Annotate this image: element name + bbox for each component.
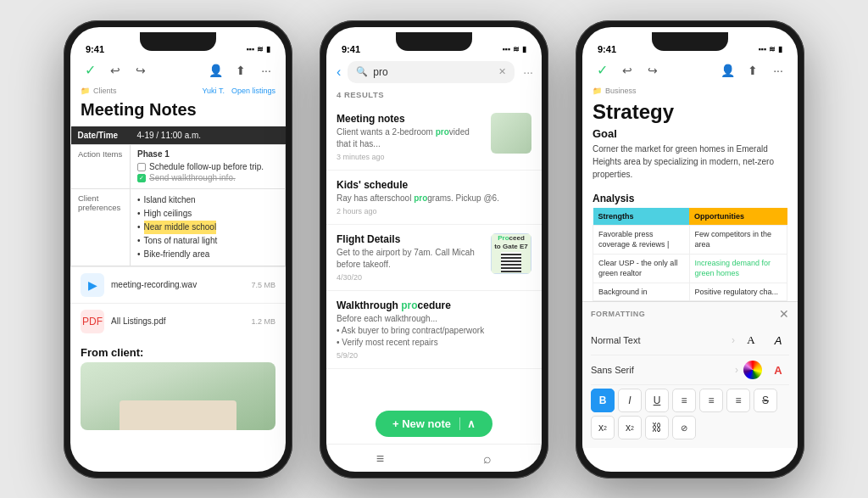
checkbox-item-2[interactable]: ✓ Send walkthrough info. (137, 173, 278, 182)
search-nav-icon[interactable]: ⌕ (483, 451, 492, 467)
signal-icon-2: ▪▪▪ (502, 45, 510, 53)
search-result-1[interactable]: Meeting notes Client wants a 2-bedroom p… (326, 104, 542, 171)
breadcrumb-user: Yuki T. (203, 87, 225, 95)
format-toolbar: B I U ≡ ≡ ≡ S x2 x2 ⛓ ⊘ (591, 385, 789, 443)
result-2-snippet: Ray has afterschool programs. Pickup @6. (337, 193, 531, 204)
search-icon: 🔍 (356, 66, 368, 77)
strikethrough-button[interactable]: S (754, 389, 777, 412)
text-color-btn[interactable]: A (767, 359, 789, 381)
prefs-label: Client preferences (71, 188, 131, 266)
breadcrumb-folder-icon-3: 📁 (593, 87, 602, 95)
checkbox-2[interactable]: ✓ (137, 174, 146, 182)
checkbox-label-1: Schedule follow-up before trip. (149, 162, 264, 171)
search-more-icon[interactable]: ··· (523, 65, 533, 79)
prefs-cell: • Island kitchen • High ceilings • Near … (131, 188, 286, 266)
swot-o3: Positive regulatory cha... (689, 283, 787, 301)
result-4-title: Walkthrough procedure (337, 299, 531, 311)
align-right-button[interactable]: ≡ (726, 389, 750, 412)
attachment-audio-name: meeting-recording.wav (111, 280, 244, 289)
result-4-content: Walkthrough procedure Before each walkth… (337, 299, 531, 360)
wifi-icon: ≋ (257, 45, 264, 53)
attachment-audio-size: 7.5 MB (251, 281, 275, 289)
formatting-title: FORMATTING (591, 310, 645, 318)
redo-icon-3[interactable]: ↪ (643, 61, 662, 80)
action-items-cell: Phase 1 Schedule follow-up before trip. … (131, 144, 286, 188)
qr-code (501, 252, 521, 272)
user-icon[interactable]: 👤 (206, 61, 225, 80)
search-input-wrapper[interactable]: 🔍 pro ✕ (348, 61, 515, 83)
undo-icon-3[interactable]: ↩ (618, 61, 637, 80)
link-button[interactable]: ⛓ (645, 416, 669, 439)
breadcrumb-label-3: Business (605, 87, 637, 95)
format-row-sans-serif[interactable]: Sans Serif › A (591, 355, 789, 385)
bold-button[interactable]: B (591, 389, 615, 412)
search-result-4[interactable]: Walkthrough procedure Before each walkth… (326, 291, 542, 369)
highlight-pro-4: pro (401, 299, 417, 311)
goal-label: Goal (593, 127, 787, 140)
phone-notch-2 (396, 32, 472, 51)
wifi-icon-3: ≋ (769, 45, 776, 53)
swot-o2-link[interactable]: Increasing demand for green homes (695, 259, 771, 278)
search-result-2[interactable]: Kids' schedule Ray has afterschool progr… (326, 171, 542, 225)
redo-icon[interactable]: ↪ (131, 61, 150, 80)
search-input[interactable]: pro (373, 66, 493, 78)
color-picker-icon[interactable] (743, 361, 762, 379)
search-clear-icon[interactable]: ✕ (498, 66, 506, 77)
highlight-pro-2: pro (414, 193, 427, 203)
more-format-button[interactable]: ⊘ (672, 416, 696, 439)
check-icon-3[interactable]: ✓ (593, 61, 611, 80)
attachment-pdf[interactable]: PDF All Listings.pdf 1.2 MB (70, 303, 286, 339)
back-button[interactable]: ‹ (335, 63, 342, 81)
breadcrumb-label: Clients (93, 87, 117, 95)
analysis-label: Analysis (582, 193, 798, 204)
subscript-button[interactable]: x2 (618, 416, 642, 439)
new-note-pill[interactable]: + New note ∧ (376, 411, 492, 437)
superscript-button[interactable]: x2 (591, 416, 615, 439)
align-left-button[interactable]: ≡ (672, 389, 696, 412)
toolbar-right-1: 👤 ⬆ ··· (206, 61, 275, 80)
from-client-label: From client: (70, 339, 286, 362)
more-icon-3[interactable]: ··· (769, 61, 787, 80)
result-4-bullet2: • Verify most recent repairs (337, 337, 531, 349)
checkbox-item-1[interactable]: Schedule follow-up before trip. (137, 162, 278, 171)
attachment-pdf-size: 1.2 MB (251, 317, 275, 326)
strategy-title: Strategy (593, 100, 787, 124)
pref-item-1: • Island kitchen (137, 193, 278, 207)
serif-font-btn[interactable]: A (740, 329, 762, 351)
flight-gate-text: Proceedto Gate E7 (494, 234, 528, 250)
signal-icon-3: ▪▪▪ (758, 45, 766, 53)
thumb-room-interior (491, 113, 531, 154)
action-items-label: Action Items (71, 144, 131, 188)
attachment-pdf-name: All Listings.pdf (111, 316, 244, 326)
more-icon[interactable]: ··· (257, 61, 275, 80)
undo-icon[interactable]: ↩ (106, 61, 125, 80)
results-count: 4 RESULTS (326, 87, 542, 104)
checkbox-1[interactable] (137, 163, 146, 171)
result-1-snippet: Client wants a 2-bedroom provided that i… (337, 126, 484, 150)
share-icon[interactable]: ⬆ (231, 61, 250, 80)
chevron-up-icon[interactable]: ∧ (459, 417, 476, 430)
user-icon-3[interactable]: 👤 (718, 61, 737, 80)
result-3-thumb: Proceedto Gate E7 (491, 233, 531, 274)
breadcrumb-action[interactable]: Open listings (231, 87, 275, 95)
check-icon[interactable]: ✓ (81, 61, 99, 80)
swot-strengths-header: Strengths (593, 208, 690, 226)
close-formatting-button[interactable]: ✕ (779, 307, 789, 321)
attachment-audio[interactable]: ▶ meeting-recording.wav 7.5 MB (70, 266, 286, 303)
result-2-title: Kids' schedule (337, 179, 531, 191)
normal-text-label: Normal Text (591, 335, 726, 345)
hamburger-icon[interactable]: ≡ (376, 451, 384, 467)
phone-notch-3 (652, 32, 728, 51)
toolbar-1: ✓ ↩ ↪ 👤 ⬆ ··· (70, 58, 286, 85)
format-row-normal-text[interactable]: Normal Text › A A (591, 326, 789, 355)
sans-font-btn[interactable]: A (767, 329, 789, 351)
normal-text-chevron: › (732, 334, 735, 346)
align-center-button[interactable]: ≡ (699, 389, 723, 412)
underline-button[interactable]: U (645, 389, 669, 412)
share-icon-3[interactable]: ⬆ (743, 61, 762, 80)
new-note-button[interactable]: + New note ∧ (376, 411, 492, 437)
sans-serif-label: Sans Serif (591, 365, 730, 375)
italic-button[interactable]: I (618, 389, 642, 412)
audio-icon: ▶ (81, 273, 104, 297)
search-result-3[interactable]: Flight Details Get to the airport by 7am… (326, 225, 542, 291)
